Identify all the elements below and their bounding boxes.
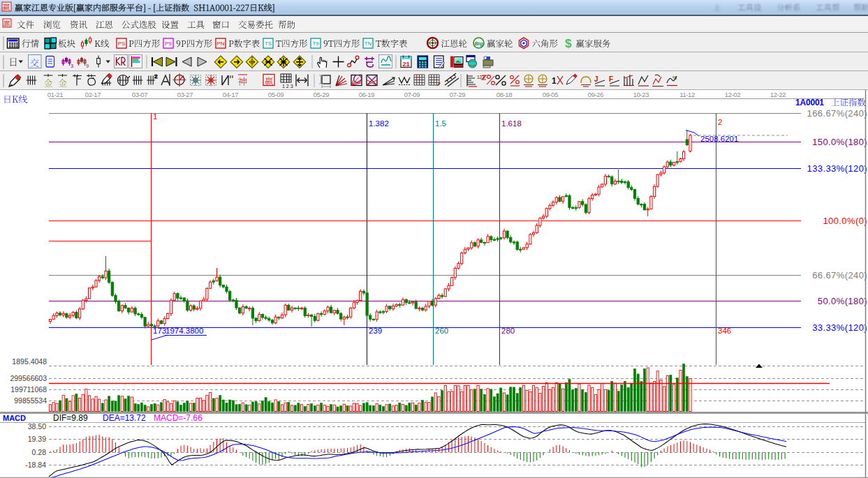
svg-text:T9: T9 [312, 40, 318, 47]
svg-text:07-29: 07-29 [450, 91, 465, 98]
svg-text:05-29: 05-29 [314, 91, 329, 98]
svg-text:0.28: 0.28 [32, 448, 47, 456]
svg-text:1895.4048: 1895.4048 [12, 357, 47, 366]
svg-text:1974.3800: 1974.3800 [165, 327, 203, 335]
svg-text:21: 21 [402, 60, 410, 68]
svg-text:9: 9 [86, 63, 89, 69]
svg-text:1.382: 1.382 [369, 119, 389, 128]
svg-text:280: 280 [501, 327, 515, 335]
svg-text:66.67%(240): 66.67%(240) [812, 270, 867, 281]
svg-text:$: $ [565, 37, 572, 50]
svg-text:50.0%(180): 50.0%(180) [818, 296, 867, 306]
svg-text:1: 1 [153, 112, 157, 121]
svg-text:33.33%(120): 33.33%(120) [812, 322, 867, 333]
svg-text:09-05: 09-05 [543, 91, 558, 98]
svg-text:04-17: 04-17 [223, 91, 238, 98]
svg-text:06-19: 06-19 [359, 91, 374, 98]
svg-text:11-12: 11-12 [679, 91, 695, 98]
svg-text:99855534: 99855534 [14, 396, 47, 405]
svg-text:TS: TS [265, 40, 272, 47]
svg-text:1A0001: 1A0001 [795, 98, 824, 107]
svg-text:150.0%(180): 150.0%(180) [812, 137, 867, 147]
svg-text:19.39: 19.39 [28, 435, 46, 443]
svg-text:2: 2 [154, 73, 158, 80]
svg-text:2: 2 [718, 118, 722, 126]
svg-text:100.0%(0): 100.0%(0) [823, 216, 867, 226]
svg-text:01-21: 01-21 [47, 91, 63, 98]
svg-text:%: % [672, 75, 677, 80]
svg-text:12-02: 12-02 [725, 91, 740, 98]
svg-text:J: J [594, 75, 598, 83]
svg-text:Big: Big [474, 40, 483, 47]
svg-text:166.67%(240): 166.67%(240) [807, 108, 867, 119]
svg-text:299566603: 299566603 [10, 374, 47, 382]
svg-text:12-22: 12-22 [770, 91, 786, 98]
svg-text:PS: PS [118, 40, 125, 47]
svg-text:MACD=-7.66: MACD=-7.66 [154, 413, 203, 423]
svg-text:PN: PN [217, 40, 225, 47]
svg-text:07-09: 07-09 [404, 91, 420, 98]
svg-text:38.50: 38.50 [28, 422, 46, 431]
svg-text:1.618: 1.618 [501, 119, 522, 128]
svg-text:-18.84: -18.84 [25, 461, 46, 469]
svg-text:MACD: MACD [3, 414, 26, 422]
svg-text:346: 346 [718, 327, 731, 335]
svg-text:1.5: 1.5 [435, 119, 446, 128]
svg-text:05-09: 05-09 [268, 91, 284, 98]
svg-text:08-18: 08-18 [496, 91, 512, 98]
svg-text:TN: TN [365, 40, 372, 47]
svg-text:133.33%(120): 133.33%(120) [807, 163, 867, 174]
svg-text:2508.6201: 2508.6201 [700, 135, 738, 143]
svg-text:02-17: 02-17 [85, 91, 101, 98]
svg-text:1: 1 [552, 76, 557, 86]
svg-text:DIF=9.89: DIF=9.89 [53, 413, 88, 423]
svg-text:F: F [609, 75, 613, 83]
svg-text:260: 260 [435, 327, 448, 335]
svg-text:03-07: 03-07 [132, 91, 147, 98]
svg-text:239: 239 [369, 327, 382, 335]
svg-text:3: 3 [71, 63, 73, 69]
svg-text:P9: P9 [165, 40, 172, 47]
svg-text:03-27: 03-27 [177, 91, 193, 98]
svg-text:1 2 3: 1 2 3 [282, 84, 293, 89]
svg-text:DEA=13.72: DEA=13.72 [103, 413, 146, 423]
svg-text:09-26: 09-26 [588, 91, 603, 98]
svg-text:199711068: 199711068 [10, 385, 47, 394]
svg-text:10-23: 10-23 [633, 91, 649, 98]
